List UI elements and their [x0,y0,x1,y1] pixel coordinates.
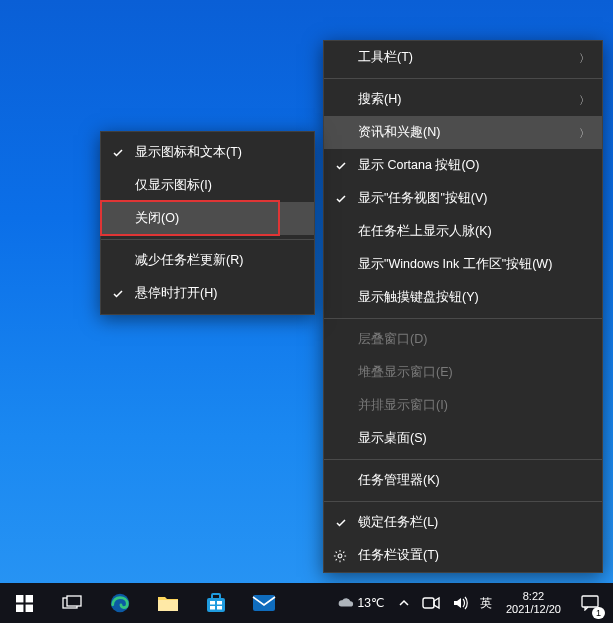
start-button[interactable] [0,583,48,623]
svg-rect-2 [25,595,32,602]
separator [324,78,602,79]
taskbar-app-explorer[interactable] [144,583,192,623]
taskview-button[interactable] [48,583,96,623]
menu-label: 关闭(O) [135,210,179,227]
check-icon [334,516,348,530]
submenu-off[interactable]: 关闭(O) [101,202,314,235]
menu-cascade: 层叠窗口(D) [324,323,602,356]
svg-rect-3 [16,604,23,611]
svg-rect-16 [423,598,434,608]
check-icon [111,146,125,160]
menu-label: 显示"Windows Ink 工作区"按钮(W) [358,256,552,273]
menu-task-manager[interactable]: 任务管理器(K) [324,464,602,497]
weather-widget[interactable]: 13℃ [328,583,392,623]
windows-icon [16,595,33,612]
submenu-open-on-hover[interactable]: 悬停时打开(H) [101,277,314,310]
menu-label: 仅显示图标(I) [135,177,212,194]
menu-stacked: 堆叠显示窗口(E) [324,356,602,389]
svg-rect-9 [207,598,225,612]
gear-icon [333,549,347,563]
separator [324,501,602,502]
menu-toolbars[interactable]: 工具栏(T) 〉 [324,41,602,74]
svg-rect-10 [212,594,220,599]
chevron-right-icon: 〉 [579,92,590,107]
menu-taskview[interactable]: 显示"任务视图"按钮(V) [324,182,602,215]
ime-label: 英 [480,595,492,612]
speaker-icon [452,595,468,611]
edge-icon [109,592,131,614]
weather-temp: 13℃ [358,596,384,610]
menu-cortana[interactable]: 显示 Cortana 按钮(O) [324,149,602,182]
svg-point-0 [338,554,342,558]
menu-label: 显示"任务视图"按钮(V) [358,190,488,207]
menu-label: 搜索(H) [358,91,401,108]
menu-label: 在任务栏上显示人脉(K) [358,223,492,240]
svg-rect-1 [16,595,23,602]
tray-meet-now[interactable] [416,583,446,623]
menu-show-desktop[interactable]: 显示桌面(S) [324,422,602,455]
menu-label: 资讯和兴趣(N) [358,124,440,141]
chevron-up-icon [398,597,410,609]
menu-label: 锁定任务栏(L) [358,514,438,531]
menu-news-interests[interactable]: 资讯和兴趣(N) 〉 [324,116,602,149]
menu-label: 悬停时打开(H) [135,285,217,302]
clock-time: 8:22 [523,590,544,603]
separator [324,318,602,319]
news-interests-submenu: 显示图标和文本(T) 仅显示图标(I) 关闭(O) 减少任务栏更新(R) 悬停时… [100,131,315,315]
mail-icon [252,593,276,613]
clock-date: 2021/12/20 [506,603,561,616]
menu-label: 并排显示窗口(I) [358,397,448,414]
notification-badge: 1 [592,607,605,619]
tray-overflow[interactable] [392,583,416,623]
menu-label: 显示 Cortana 按钮(O) [358,157,479,174]
menu-label: 堆叠显示窗口(E) [358,364,453,381]
tray-volume[interactable] [446,583,474,623]
chevron-right-icon: 〉 [579,50,590,65]
menu-label: 显示桌面(S) [358,430,427,447]
menu-people[interactable]: 在任务栏上显示人脉(K) [324,215,602,248]
submenu-icon-text[interactable]: 显示图标和文本(T) [101,136,314,169]
taskbar-left [0,583,288,623]
separator [324,459,602,460]
menu-ink[interactable]: 显示"Windows Ink 工作区"按钮(W) [324,248,602,281]
menu-label: 层叠窗口(D) [358,331,427,348]
taskbar-app-edge[interactable] [96,583,144,623]
menu-sidebyside: 并排显示窗口(I) [324,389,602,422]
tray-ime[interactable]: 英 [474,583,498,623]
store-icon [205,592,227,614]
taskbar[interactable]: 13℃ 英 8:22 2021/12/20 1 [0,583,613,623]
svg-rect-13 [210,606,215,610]
svg-rect-6 [67,596,81,606]
weather-icon [336,594,354,612]
svg-rect-8 [158,600,178,611]
folder-icon [157,593,179,613]
menu-lock-taskbar[interactable]: 锁定任务栏(L) [324,506,602,539]
taskbar-clock[interactable]: 8:22 2021/12/20 [498,590,569,615]
submenu-reduce-updates[interactable]: 减少任务栏更新(R) [101,244,314,277]
taskbar-right: 13℃ 英 8:22 2021/12/20 1 [328,583,613,623]
check-icon [334,159,348,173]
taskbar-app-mail[interactable] [240,583,288,623]
svg-rect-14 [217,606,222,610]
taskview-icon [62,595,82,611]
svg-rect-11 [210,601,215,605]
check-icon [111,287,125,301]
taskbar-app-store[interactable] [192,583,240,623]
menu-label: 显示图标和文本(T) [135,144,242,161]
menu-label: 任务栏设置(T) [358,547,439,564]
menu-taskbar-settings[interactable]: 任务栏设置(T) [324,539,602,572]
submenu-icon-only[interactable]: 仅显示图标(I) [101,169,314,202]
action-center-button[interactable]: 1 [569,583,611,623]
separator [101,239,314,240]
menu-label: 任务管理器(K) [358,472,440,489]
menu-label: 工具栏(T) [358,49,413,66]
camera-icon [422,596,440,610]
svg-rect-17 [582,596,598,607]
chevron-right-icon: 〉 [579,125,590,140]
menu-touch-keyboard[interactable]: 显示触摸键盘按钮(Y) [324,281,602,314]
svg-rect-12 [217,601,222,605]
svg-rect-15 [253,595,275,611]
menu-search[interactable]: 搜索(H) 〉 [324,83,602,116]
menu-label: 减少任务栏更新(R) [135,252,243,269]
svg-rect-4 [25,604,32,611]
